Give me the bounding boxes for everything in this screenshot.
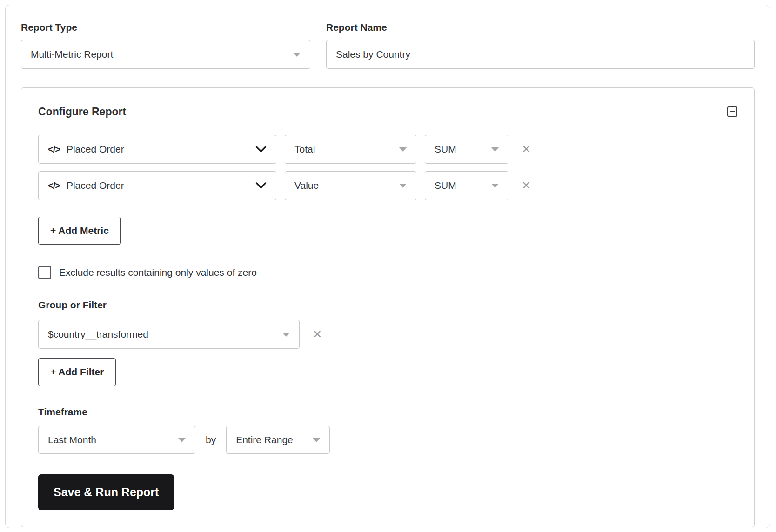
remove-metric-button[interactable]: ✕ [522, 180, 531, 191]
save-run-report-button[interactable]: Save & Run Report [38, 474, 174, 510]
configure-report-title: Configure Report [38, 103, 126, 118]
add-filter-button[interactable]: + Add Filter [38, 358, 116, 386]
metric-aggregation-select[interactable]: SUM [425, 135, 508, 164]
remove-metric-button[interactable]: ✕ [522, 144, 531, 155]
report-type-select[interactable]: Multi-Metric Report [21, 40, 310, 69]
interval-select[interactable]: Entire Range [226, 426, 330, 454]
metric-measurement-value: Total [294, 144, 399, 155]
exclude-zero-row: Exclude results containing only values o… [38, 266, 737, 279]
add-metric-button[interactable]: + Add Metric [38, 217, 121, 245]
code-icon: </> [48, 180, 60, 191]
metric-select-value: Placed Order [67, 180, 249, 191]
metric-measurement-value: Value [294, 180, 399, 191]
dropdown-arrow-icon [313, 438, 320, 442]
configure-panel-header: Configure Report [38, 103, 737, 118]
report-header-row: Report Type Multi-Metric Report Report N… [6, 5, 770, 69]
metric-select-value: Placed Order [67, 144, 249, 155]
chevron-down-icon [255, 182, 267, 189]
metric-row: </> Placed Order Total SUM ✕ [38, 135, 737, 164]
metric-aggregation-value: SUM [435, 144, 491, 155]
report-type-label: Report Type [21, 22, 310, 33]
exclude-zero-label: Exclude results containing only values o… [59, 267, 257, 278]
configure-report-panel: Configure Report </> Placed Order Total … [21, 87, 755, 527]
metric-measurement-select[interactable]: Value [285, 171, 416, 200]
report-name-input[interactable] [326, 40, 755, 69]
dropdown-arrow-icon [282, 332, 290, 337]
dropdown-arrow-icon [491, 184, 499, 188]
report-type-field: Report Type Multi-Metric Report [21, 22, 310, 69]
remove-filter-button[interactable]: ✕ [313, 329, 322, 340]
dropdown-arrow-icon [178, 438, 186, 442]
chevron-down-icon [255, 146, 267, 153]
dropdown-arrow-icon [399, 147, 407, 152]
group-filter-select[interactable]: $country__transformed [38, 320, 300, 349]
collapse-panel-icon[interactable] [727, 106, 737, 117]
timeframe-label: Timeframe [38, 406, 737, 418]
by-label: by [206, 434, 216, 446]
code-icon: </> [48, 144, 60, 155]
metric-aggregation-value: SUM [435, 180, 491, 191]
metric-rows: </> Placed Order Total SUM ✕ [38, 135, 737, 200]
exclude-zero-checkbox[interactable] [38, 266, 51, 279]
dropdown-arrow-icon [293, 53, 301, 57]
metric-aggregation-select[interactable]: SUM [425, 171, 508, 200]
metric-select[interactable]: </> Placed Order [38, 135, 276, 164]
report-type-value: Multi-Metric Report [31, 49, 293, 60]
report-name-label: Report Name [326, 22, 755, 33]
timeframe-row: Last Month by Entire Range [38, 426, 737, 454]
dropdown-arrow-icon [491, 147, 499, 152]
dropdown-arrow-icon [399, 184, 407, 188]
group-filter-value: $country__transformed [48, 329, 282, 340]
timeframe-select[interactable]: Last Month [38, 426, 195, 454]
filter-row: $country__transformed ✕ [38, 320, 737, 349]
report-name-field: Report Name [326, 22, 755, 69]
group-or-filter-label: Group or Filter [38, 299, 737, 311]
timeframe-value: Last Month [48, 434, 178, 446]
metric-measurement-select[interactable]: Total [285, 135, 416, 164]
report-builder-card: Report Type Multi-Metric Report Report N… [5, 5, 770, 528]
interval-value: Entire Range [236, 434, 313, 446]
metric-row: </> Placed Order Value SUM ✕ [38, 171, 737, 200]
metric-select[interactable]: </> Placed Order [38, 171, 276, 200]
